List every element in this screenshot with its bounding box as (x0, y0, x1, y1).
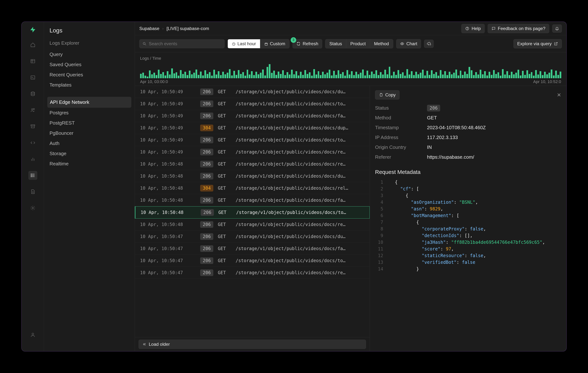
svg-point-32 (402, 43, 403, 44)
log-row[interactable]: 10 Apr, 10:50:48206GET/storage/v1/object… (135, 170, 370, 182)
method-value: GET (427, 115, 561, 121)
document-icon[interactable] (28, 187, 37, 196)
code-block: 1 {2 "cf": [3 {4 "asOrganization": "BSNL… (375, 179, 561, 272)
user-account-icon[interactable] (28, 330, 37, 339)
svg-rect-28 (265, 43, 267, 45)
calendar-icon (264, 42, 268, 46)
product-filter[interactable]: Product (346, 39, 370, 48)
log-row[interactable]: 10 Apr, 10:50:49206GET/storage/v1/object… (135, 86, 370, 98)
subnav-item[interactable]: Storage (44, 148, 135, 159)
log-row[interactable]: 10 Apr, 10:50:47206GET/storage/v1/object… (135, 255, 370, 267)
main: Supabase › [LIVE] supabase-com Help Feed… (135, 22, 566, 351)
svg-point-17 (31, 175, 31, 176)
last-hour-segment[interactable]: Last hour (228, 39, 260, 48)
chart-axis-start: Apr 10, 03:00:0 (140, 79, 168, 84)
search-input[interactable] (139, 39, 225, 48)
subnav-item[interactable]: PostgREST (44, 118, 135, 128)
log-row[interactable]: 10 Apr, 10:50:49206GET/storage/v1/object… (135, 98, 370, 110)
country-value: IN (427, 145, 561, 150)
log-row[interactable]: 10 Apr, 10:50:48206GET/storage/v1/object… (135, 158, 370, 170)
load-older-button[interactable]: Load older (138, 340, 366, 349)
svg-point-5 (31, 92, 34, 93)
feedback-label: Feedback on this page? (498, 26, 545, 31)
database-icon[interactable] (28, 89, 37, 98)
log-row[interactable]: 10 Apr, 10:50:48206GET/storage/v1/object… (135, 194, 370, 206)
custom-segment[interactable]: Custom (260, 39, 289, 48)
rewind-icon (142, 342, 147, 346)
bell-icon (555, 27, 559, 31)
search-field[interactable] (149, 41, 221, 46)
log-row[interactable]: 10 Apr, 10:50:47206GET/storage/v1/object… (135, 231, 370, 243)
log-row[interactable]: 10 Apr, 10:50:47206GET/storage/v1/object… (135, 267, 370, 279)
logs-icon[interactable] (28, 171, 37, 180)
table-icon[interactable] (28, 57, 37, 66)
subnav-item[interactable]: Query (44, 49, 135, 60)
chart-bars (140, 64, 561, 78)
svg-point-21 (32, 207, 33, 209)
terminal-icon[interactable] (28, 73, 37, 82)
log-footer: Load older (135, 337, 370, 351)
log-row[interactable]: 10 Apr, 10:50:49304GET/storage/v1/object… (135, 122, 370, 134)
svg-rect-0 (31, 60, 35, 63)
svg-line-26 (145, 44, 146, 45)
external-link-icon (554, 42, 558, 46)
status-value: 206 (427, 105, 440, 111)
svg-rect-8 (31, 125, 35, 126)
svg-point-18 (31, 176, 31, 177)
subnav-item[interactable]: Auth (44, 138, 135, 148)
reports-icon[interactable] (28, 155, 37, 164)
explore-query-button[interactable]: Explore via query (514, 39, 562, 48)
subnav-item[interactable]: Realtime (44, 159, 135, 169)
breadcrumb-org[interactable]: Supabase (139, 26, 159, 31)
close-icon[interactable]: ✕ (557, 92, 561, 98)
subnav-item[interactable]: Recent Queries (44, 70, 135, 80)
log-row[interactable]: 10 Apr, 10:50:48206GET/storage/v1/object… (135, 218, 370, 231)
subnav-item[interactable]: Templates (44, 80, 135, 90)
feedback-button[interactable]: Feedback on this page? (488, 24, 549, 33)
timestamp-value: 2023-04-10T08:50:48.460Z (427, 125, 561, 131)
log-row[interactable]: 10 Apr, 10:50:47206GET/storage/v1/object… (135, 243, 370, 255)
toolbar: Last hour Custom 3 Refresh Status Produc… (135, 35, 566, 52)
subnav-item[interactable]: API Edge Network (47, 97, 131, 108)
chevron-right-icon: › (162, 26, 164, 31)
log-row[interactable]: 10 Apr, 10:50:48304GET/storage/v1/object… (135, 182, 370, 194)
cloud-download-icon (427, 42, 431, 46)
code-icon[interactable] (28, 138, 37, 147)
log-row[interactable]: 10 Apr, 10:50:48206GET/storage/v1/object… (135, 206, 370, 218)
notifications-button[interactable] (552, 24, 562, 33)
app-window: Logs Logs Explorer QuerySaved QueriesRec… (21, 21, 567, 352)
home-icon[interactable] (28, 41, 37, 49)
status-filter[interactable]: Status (325, 39, 346, 48)
help-label: Help (472, 26, 481, 31)
subnav-item[interactable]: Postgres (44, 108, 135, 118)
chart-axis-end: Apr 10, 10:52:0 (533, 79, 561, 84)
svg-point-6 (32, 109, 33, 110)
breadcrumb-project[interactable]: [LIVE] supabase-com (167, 26, 209, 31)
download-button[interactable] (424, 40, 434, 48)
users-icon[interactable] (28, 106, 37, 114)
log-row[interactable]: 10 Apr, 10:50:49206GET/storage/v1/object… (135, 110, 370, 122)
chart-toggle[interactable]: Chart (396, 39, 421, 48)
archive-icon[interactable] (28, 122, 37, 131)
help-button[interactable]: Help (461, 24, 484, 33)
svg-point-7 (33, 108, 34, 110)
settings-icon[interactable] (28, 204, 37, 212)
clock-icon (232, 42, 236, 46)
method-filter[interactable]: Method (370, 39, 393, 48)
refresh-button[interactable]: Refresh (293, 39, 322, 48)
subnav-section-label: Logs Explorer (44, 40, 135, 49)
eye-icon (400, 42, 404, 46)
icon-rail (22, 22, 44, 351)
log-row[interactable]: 10 Apr, 10:50:49206GET/storage/v1/object… (135, 134, 370, 146)
subnav-item[interactable]: PgBouncer (44, 128, 135, 138)
svg-rect-33 (380, 94, 382, 96)
subnav-item[interactable]: Saved Queries (44, 60, 135, 70)
copy-button[interactable]: Copy (375, 90, 399, 100)
chart-label: Logs / Time (140, 56, 561, 61)
ip-value: 117.202.3.133 (427, 135, 561, 140)
log-row[interactable]: 10 Apr, 10:50:49206GET/storage/v1/object… (135, 146, 370, 158)
refresh-icon (296, 42, 301, 46)
clipboard-icon (379, 93, 383, 97)
chart-area: Logs / Time Apr 10, 03:00:0 Apr 10, 10:5… (135, 52, 566, 86)
detail-kv: Status 206 Method GET Timestamp 2023-04-… (375, 105, 561, 160)
